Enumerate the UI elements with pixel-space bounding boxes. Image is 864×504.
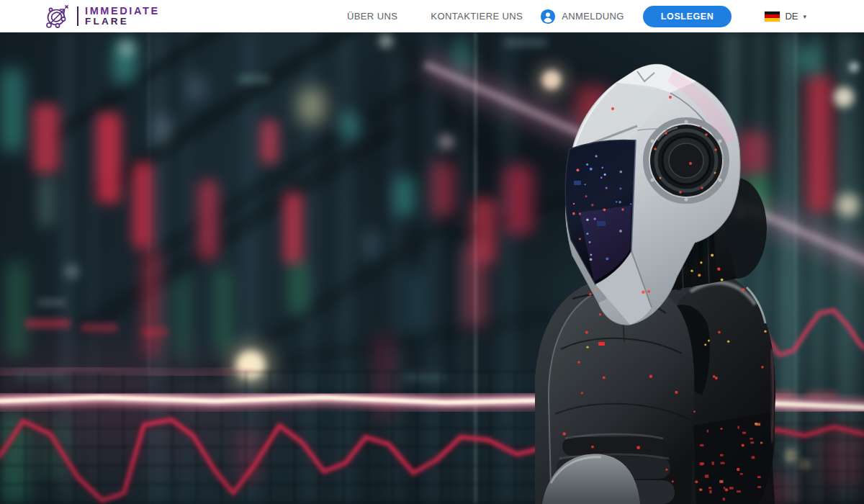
brand-name: IMMEDIATE FLARE <box>85 6 160 27</box>
hero-image <box>0 32 864 504</box>
top-navigation-bar: IMMEDIATE FLARE ÜBER UNS KONTAKTIERE UNS… <box>0 0 864 32</box>
language-selector[interactable]: DE ▾ <box>765 11 806 22</box>
doodle-chart-arrow-logo-icon <box>43 3 71 30</box>
landing-page: IMMEDIATE FLARE ÜBER UNS KONTAKTIERE UNS… <box>0 0 864 504</box>
brand-logo[interactable]: IMMEDIATE FLARE <box>43 3 160 30</box>
nav-login-label: ANMELDUNG <box>562 11 624 22</box>
language-code: DE <box>785 11 798 22</box>
robot-illustration <box>529 40 778 504</box>
user-icon <box>540 9 556 24</box>
brand-line1: IMMEDIATE <box>85 6 160 17</box>
chevron-down-icon: ▾ <box>803 13 806 20</box>
main-nav: ÜBER UNS KONTAKTIERE UNS ANMELDUNG LOSLE… <box>347 6 806 27</box>
nav-item-about[interactable]: ÜBER UNS <box>347 11 397 22</box>
germany-flag-icon <box>765 12 780 22</box>
get-started-button[interactable]: LOSLEGEN <box>643 6 732 27</box>
nav-item-contact[interactable]: KONTAKTIERE UNS <box>431 11 523 22</box>
nav-item-login[interactable]: ANMELDUNG <box>540 9 624 24</box>
brand-line2: FLARE <box>85 17 160 27</box>
brand-divider <box>77 6 78 26</box>
